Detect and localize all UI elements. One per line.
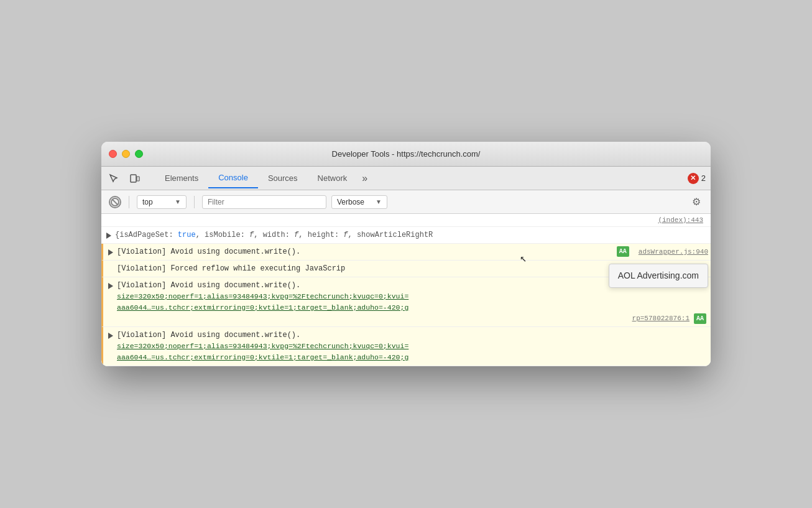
toolbar-divider2 — [194, 196, 195, 208]
filter-input[interactable] — [202, 195, 326, 209]
violation-text-2: [Violation] Avoid using document.write()… — [117, 247, 300, 256]
tabbar-right: ✕ 2 — [688, 173, 706, 184]
console-toolbar: top ▼ Verbose ▼ ⚙ — [101, 190, 711, 214]
log-right-2: AA AOL Advertising.com adsWrapper.js:940 — [615, 246, 708, 257]
log-entry-violation-3: [Violation] Avoid using document.write()… — [101, 327, 711, 366]
reflow-text: [Violation] Forced reflow while executin… — [117, 264, 345, 273]
expand-triangle-1[interactable] — [104, 231, 114, 241]
error-badge[interactable]: ✕ 2 — [688, 173, 706, 184]
index-line: (index):443 — [101, 214, 711, 227]
maximize-button[interactable] — [135, 150, 143, 158]
aa-badge-2[interactable]: AA — [617, 246, 629, 257]
log-level-selector[interactable]: Verbose ▼ — [331, 195, 387, 209]
log-content-5: [Violation] Avoid using document.write()… — [116, 330, 708, 363]
object-text: {isAdPageSet: true, isMobile: f, width: … — [115, 231, 433, 239]
tabbar: Elements Console Sources Network » ✕ 2 — [101, 167, 711, 190]
console-output: (index):443 {isAdPageSet: true, isMobile… — [101, 214, 711, 366]
toolbar-divider — [129, 196, 129, 208]
traffic-lights — [109, 150, 143, 158]
log-content-2: [Violation] Avoid using document.write()… — [116, 246, 708, 257]
error-count: 2 — [701, 173, 706, 183]
error-icon: ✕ — [688, 173, 699, 184]
device-icon[interactable] — [127, 171, 142, 186]
url-link-4-2[interactable]: aaa6044…=us.tchcr;extmirroring=0;kvtile=… — [117, 303, 408, 312]
tooltip-2: AOL Advertising.com — [609, 264, 708, 288]
url-block-5: size=320x50;noperf=1;alias=93484943;kvpg… — [117, 341, 708, 363]
url-link-4-1[interactable]: size=320x50;noperf=1;alias=93484943;kvpg… — [117, 292, 408, 300]
log-source-4[interactable]: rp=578022876:1 — [632, 313, 690, 324]
log-content-1: {isAdPageSet: true, isMobile: f, width: … — [114, 229, 708, 241]
svg-rect-0 — [131, 175, 136, 182]
expand-triangle-2[interactable] — [106, 247, 116, 257]
url-block-4: size=320x50;noperf=1;alias=93484943;kvpg… — [117, 291, 708, 313]
devtools-window: Developer Tools - https://techcrunch.com… — [101, 142, 711, 366]
context-selector[interactable]: top ▼ — [137, 195, 187, 209]
expand-triangle-4[interactable] — [106, 281, 116, 291]
svg-line-3 — [113, 200, 118, 205]
expand-triangle-5[interactable] — [106, 331, 116, 341]
tab-network[interactable]: Network — [308, 169, 358, 188]
log-source-2[interactable]: adsWrapper.js:940 — [639, 247, 708, 257]
violation-line-2: [Violation] Avoid using document.write()… — [117, 246, 610, 257]
minimize-button[interactable] — [122, 150, 130, 158]
log-entry-violation-1: [Violation] Avoid using document.write()… — [101, 244, 711, 261]
index-link[interactable]: (index):443 — [658, 216, 703, 224]
violation-main-5: [Violation] Avoid using document.write()… — [117, 330, 708, 341]
window-title: Developer Tools - https://techcrunch.com… — [332, 149, 481, 159]
settings-button[interactable]: ⚙ — [690, 195, 703, 209]
aa-badge-container-2: AA AOL Advertising.com — [615, 246, 631, 257]
clear-console-button[interactable] — [109, 196, 121, 208]
url-link-5-2[interactable]: aaa6044…=us.tchcr;extmirroring=0;kvtile=… — [117, 353, 408, 361]
tabs: Elements Console Sources Network » — [155, 168, 688, 188]
log-entry-object: {isAdPageSet: true, isMobile: f, width: … — [101, 227, 711, 244]
violation-text-4: [Violation] Avoid using document.write()… — [117, 281, 300, 290]
svg-rect-1 — [137, 177, 139, 181]
entry-row-2: [Violation] Avoid using document.write()… — [117, 246, 708, 257]
violation-text-5: [Violation] Avoid using document.write()… — [117, 331, 300, 339]
more-tabs-button[interactable]: » — [357, 170, 372, 187]
tab-console[interactable]: Console — [208, 168, 258, 188]
tab-elements[interactable]: Elements — [155, 169, 208, 188]
inspect-icon[interactable] — [106, 171, 121, 186]
aa-badge-4[interactable]: AA — [694, 313, 706, 324]
tabbar-tools — [106, 171, 142, 186]
entry4-footer: rp=578022876:1 AA — [117, 313, 708, 324]
tab-sources[interactable]: Sources — [258, 169, 308, 188]
titlebar: Developer Tools - https://techcrunch.com… — [101, 142, 711, 167]
verbose-arrow-icon: ▼ — [376, 198, 382, 205]
close-button[interactable] — [109, 150, 117, 158]
url-link-5-1[interactable]: size=320x50;noperf=1;alias=93484943;kvpg… — [117, 342, 408, 350]
context-arrow-icon: ▼ — [175, 198, 181, 205]
